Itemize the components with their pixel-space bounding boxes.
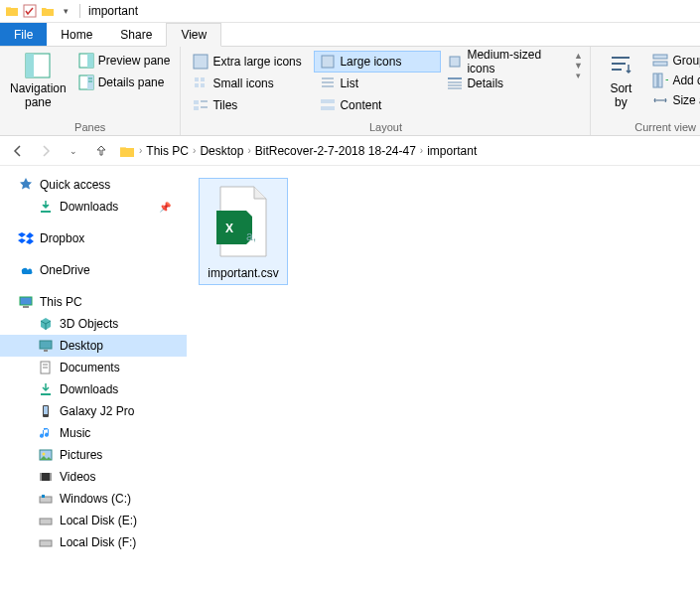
videos-icon [38,469,54,485]
svg-rect-51 [40,473,42,481]
sidebar-windows-c[interactable]: Windows (C:) [0,488,187,510]
view-details[interactable]: Details [441,73,568,94]
sidebar-downloads2[interactable]: Downloads [0,378,187,400]
sidebar-desktop[interactable]: Desktop [0,335,187,357]
svg-point-49 [43,453,46,456]
sidebar-galaxy[interactable]: Galaxy J2 Pro [0,400,187,422]
preview-pane-button[interactable]: Preview pane [74,51,175,71]
qat-dropdown-icon[interactable]: ▾ [58,3,73,19]
svg-rect-14 [195,83,199,87]
sidebar-pictures[interactable]: Pictures [0,444,187,466]
ribbon-group-currentview: Sort by Group by + Add colum Size all co… [591,47,700,135]
breadcrumb-item[interactable]: This PC [146,144,189,158]
view-list[interactable]: List [314,73,441,94]
drive-icon [38,513,54,528]
qat-folder-icon[interactable] [40,3,56,19]
sort-icon [606,51,635,80]
folder-icon [4,3,20,19]
svg-rect-27 [321,99,335,103]
svg-rect-34 [653,74,657,87]
navigation-pane-button[interactable]: Navigation pane [6,49,70,112]
svg-rect-9 [194,55,208,69]
menu-bar: File Home Share View [0,23,700,47]
svg-rect-15 [201,83,205,87]
svg-rect-6 [87,75,93,89]
svg-rect-45 [41,393,51,395]
svg-rect-40 [40,341,52,349]
details-pane-button[interactable]: Details pane [74,73,175,92]
svg-rect-56 [40,540,52,546]
pc-icon [18,294,34,310]
back-button[interactable] [8,141,28,161]
file-name: important.csv [208,266,278,280]
view-large[interactable]: Large icons [314,51,441,73]
history-dropdown[interactable]: ⌄ [64,141,83,161]
group-by-button[interactable]: Group by [648,51,700,71]
svg-rect-41 [44,350,48,352]
up-button[interactable] [91,141,111,161]
dropbox-icon [18,230,34,246]
sidebar-this-pc[interactable]: This PC [0,291,187,313]
menu-home[interactable]: Home [47,23,106,46]
breadcrumb-item[interactable]: BitRecover-2-7-2018 18-24-47 [255,144,416,158]
panes-group-label: Panes [6,119,174,135]
size-all-columns-button[interactable]: Size all col [648,90,700,110]
svg-rect-23 [194,100,199,104]
svg-rect-38 [20,297,32,305]
svg-rect-47 [44,406,48,414]
menu-file[interactable]: File [0,23,47,46]
svg-rect-35 [658,74,662,87]
sidebar-music[interactable]: Music [0,422,187,444]
sort-by-button[interactable]: Sort by [597,49,644,112]
view-tiles[interactable]: Tiles [187,94,314,116]
documents-icon [38,360,54,375]
breadcrumb-item[interactable]: Desktop [200,144,243,158]
file-item[interactable]: X a, important.csv [199,178,288,285]
svg-rect-55 [40,519,52,524]
sidebar-disk-e[interactable]: Local Disk (E:) [0,510,187,531]
forward-button[interactable] [36,141,56,161]
svg-rect-11 [450,57,460,67]
cube-icon [38,316,54,332]
view-medium[interactable]: Medium-sized icons [441,51,568,73]
svg-rect-10 [322,56,334,68]
svg-text:X: X [225,222,233,235]
sidebar-documents[interactable]: Documents [0,357,187,378]
ribbon: Navigation pane Preview pane Details pan… [0,47,700,136]
qat-check-icon[interactable] [22,3,38,19]
breadcrumb-item[interactable]: important [427,144,477,158]
desktop-icon [38,338,54,354]
sidebar-disk-f[interactable]: Local Disk (F:) [0,531,187,553]
svg-rect-19 [448,77,462,79]
download-icon [38,199,54,215]
csv-file-icon: X a, [209,183,278,262]
navpane-icon [23,51,53,80]
add-columns-button[interactable]: + Add colum [648,71,700,90]
sidebar-quick-access[interactable]: Quick access [0,174,187,196]
svg-rect-4 [87,54,93,68]
download-icon [38,381,54,397]
sidebar-3d-objects[interactable]: 3D Objects [0,313,187,335]
phone-icon [38,403,54,419]
view-content[interactable]: Content [314,94,441,116]
svg-rect-25 [194,106,199,110]
breadcrumb[interactable]: › This PC › Desktop › BitRecover-2-7-201… [119,143,692,159]
music-icon [38,425,54,441]
view-extra-large[interactable]: Extra large icons [187,51,314,73]
layout-more[interactable]: ▲▼▾ [573,49,585,82]
view-small[interactable]: Small icons [187,73,314,94]
file-list[interactable]: X a, important.csv [187,166,700,597]
sidebar-onedrive[interactable]: OneDrive [0,259,187,281]
menu-view[interactable]: View [166,23,221,47]
onedrive-icon [18,262,34,278]
svg-text:+: + [665,74,668,87]
folder-icon [119,143,135,159]
menu-share[interactable]: Share [106,23,166,46]
svg-rect-39 [23,306,29,308]
sidebar-videos[interactable]: Videos [0,466,187,488]
sidebar-dropbox[interactable]: Dropbox [0,227,187,249]
pictures-icon [38,447,54,463]
title-bar: ▾ important [0,0,700,23]
svg-rect-53 [40,497,52,503]
sidebar-quick-downloads[interactable]: Downloads 📌 [0,196,187,218]
